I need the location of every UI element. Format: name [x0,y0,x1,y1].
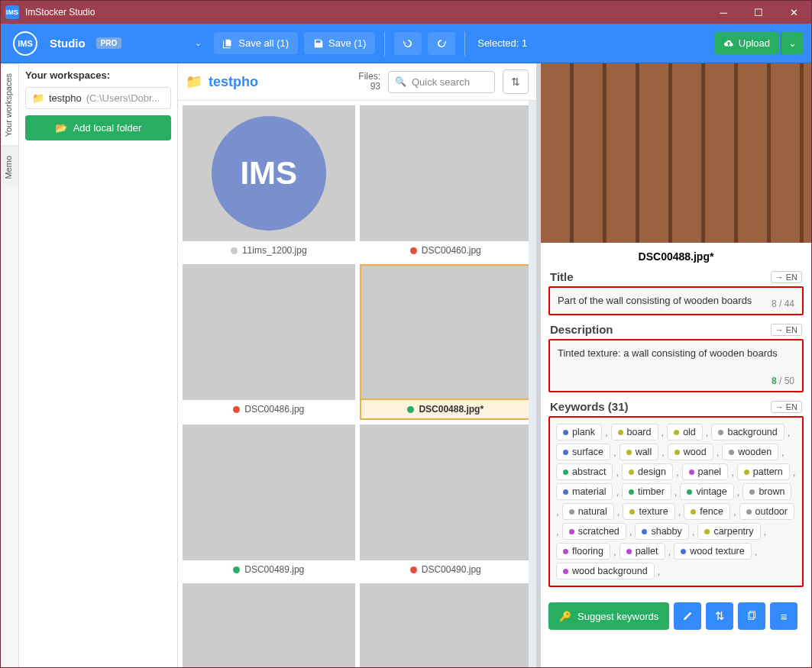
preview-image [541,63,811,243]
thumbnail[interactable]: DSC00488.jpg* [360,264,532,420]
keyword-tag[interactable]: surface [556,444,610,460]
thumbnail-caption: DSC00488.jpg* [360,400,532,420]
save-button[interactable]: Save (1) [304,32,375,54]
keyword-tag[interactable]: carpentry [697,523,760,540]
description-field[interactable]: Tinted texture: a wall consisting of woo… [548,339,804,392]
keywords-label: Keywords (31) [550,400,629,413]
keyword-tag[interactable]: brown [742,483,791,500]
keyword-tag[interactable]: background [711,424,784,440]
keyword-tag[interactable]: board [611,424,658,440]
thumbnail-caption: DSC00489.jpg [183,560,355,579]
description-value: Tinted texture: a wall consisting of woo… [558,347,794,360]
app-icon: IMS [5,5,19,19]
workspace-item[interactable]: 📁 testpho (C:\Users\Dobr... [25,87,171,109]
thumbnail[interactable]: DSC00490.jpg [360,424,532,579]
keyword-tag[interactable]: scratched [562,523,626,540]
keyword-tag[interactable]: wood [668,444,713,460]
upload-dropdown[interactable]: ⌄ [781,32,804,54]
title-field[interactable]: Part of the wall consisting of wooden bo… [548,286,804,315]
save-icon [313,38,324,49]
studio-dropdown[interactable]: ⌄ [189,32,208,54]
thumbnail[interactable] [360,583,532,668]
thumbnail-caption: 11ims_1200.jpg [183,241,355,260]
keyword-tag[interactable]: old [667,424,703,440]
maximize-button[interactable]: ☐ [741,1,776,24]
close-button[interactable]: ✕ [776,1,811,24]
sidebar-heading: Your workspaces: [25,69,171,81]
keyword-tag[interactable]: timber [622,483,671,500]
translate-en-button[interactable]: → EN [771,401,802,413]
redo-button[interactable] [428,32,455,55]
divider [384,31,385,56]
keyword-tag[interactable]: abstract [556,463,613,480]
folder-icon: 📁 [32,92,44,104]
keyword-tag[interactable]: texture [623,503,675,520]
translate-en-button[interactable]: → EN [771,324,802,336]
keyword-tag[interactable]: vintage [680,483,733,500]
translate-en-button[interactable]: → EN [771,271,802,283]
title-counter: 8 / 44 [772,299,794,309]
keyword-tag[interactable]: outdoor [739,503,794,520]
tab-memo[interactable]: Memo [1,146,18,189]
description-label: Description [550,323,613,336]
copy-button[interactable] [738,602,765,630]
thumbnail[interactable]: DSC00486.jpg [183,264,355,420]
logo-chip: IMS [13,31,37,56]
divider [464,31,465,56]
thumbnail[interactable]: DSC00489.jpg [183,424,355,579]
keyword-tag[interactable]: fence [684,503,730,520]
keyword-tag[interactable]: wooden [722,444,778,460]
selected-count: Selected: 1 [477,37,527,49]
workspace-name: testpho [49,92,82,104]
menu-button[interactable]: ≡ [770,602,797,630]
keywords-field[interactable]: plank,board,old,background,surface,wall,… [548,416,804,587]
keyword-tag[interactable]: panel [682,463,729,480]
keyword-tag[interactable]: flooring [556,543,610,560]
description-counter: 8 / 50 [772,376,794,386]
save-all-button[interactable]: Save all (1) [214,32,298,54]
studio-label: Studio [50,37,86,50]
titlebar: IMS ImStocker Studio ─ ☐ ✕ [1,1,811,24]
folder-title: 📁 testpho [186,73,258,90]
thumbnail-caption: DSC00490.jpg [360,560,532,579]
sort-button[interactable]: ⇅ [503,69,529,94]
keyword-tag[interactable]: material [556,483,613,500]
sidebar: Your workspaces: 📁 testpho (C:\Users\Dob… [19,63,178,668]
folder-plus-icon: 📂 [55,122,67,134]
top-toolbar: IMS Studio PRO ⌄ Save all (1) Save (1) S… [1,24,811,63]
save-all-icon [223,38,234,49]
undo-button[interactable] [394,32,422,55]
keyword-tag[interactable]: pattern [737,463,790,480]
suggest-keywords-button[interactable]: 🔑 Suggest keywords [548,602,669,630]
keyword-tag[interactable]: wall [620,444,659,460]
keyword-tag[interactable]: design [622,463,673,480]
keyword-tag[interactable]: shabby [635,523,688,540]
keyword-tag[interactable]: plank [556,424,602,440]
redo-icon [435,37,448,50]
pro-badge: PRO [96,37,122,49]
thumbnail[interactable] [183,583,355,668]
keyword-tag[interactable]: natural [562,503,614,520]
sort-keywords-button[interactable]: ⇅ [706,602,733,630]
workspace-path: (C:\Users\Dobr... [86,92,160,104]
edit-button[interactable] [674,602,701,630]
undo-icon [402,37,414,50]
keyword-tag[interactable]: wood background [556,563,655,579]
center-header: 📁 testpho Files:93 Quick search ⇅ [178,63,536,101]
copy-icon [746,611,757,621]
vertical-tabs: Your workspaces Memo [1,63,19,668]
minimize-button[interactable]: ─ [706,1,741,24]
thumbnail[interactable]: IMS11ims_1200.jpg [183,105,355,260]
pencil-icon [682,611,693,621]
add-local-folder-button[interactable]: 📂 Add local folder [25,115,171,140]
keywords-toolbar: 🔑 Suggest keywords ⇅ ≡ [541,595,811,637]
thumbnail-caption: DSC00460.jpg [360,241,532,260]
keyword-tag[interactable]: wood texture [674,543,752,560]
center-panel: 📁 testpho Files:93 Quick search ⇅ IMS11i… [178,63,541,668]
upload-button[interactable]: Upload [714,32,779,54]
thumbnail[interactable]: DSC00460.jpg [360,105,532,260]
search-input[interactable]: Quick search [388,71,495,93]
tab-workspaces[interactable]: Your workspaces [1,63,18,146]
title-label: Title [550,270,574,283]
keyword-tag[interactable]: pallet [620,543,665,560]
